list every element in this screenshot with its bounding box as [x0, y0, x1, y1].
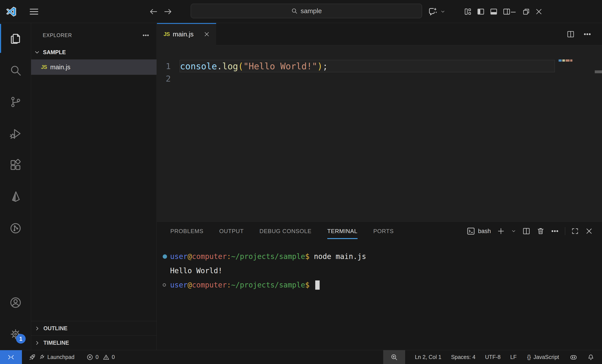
tab-mainjs[interactable]: JS main.js — [157, 23, 216, 45]
launchpad-label: Launchpad — [47, 354, 75, 360]
window-controls — [509, 0, 544, 23]
timeline-section[interactable]: TIMELINE — [31, 335, 157, 350]
code-line: 1console.log("Hello World!"); — [157, 60, 602, 72]
close-panel-icon[interactable] — [585, 227, 593, 235]
panel-tab-debug-console[interactable]: DEBUG CONSOLE — [259, 222, 312, 241]
terminal-text: computer — [192, 252, 227, 261]
panel-tab-output[interactable]: OUTPUT — [219, 222, 244, 241]
copilot-menu[interactable] — [428, 0, 445, 23]
vscode-logo-icon — [5, 0, 17, 23]
command-decoration-icon[interactable] — [163, 283, 166, 287]
more-actions-icon[interactable] — [142, 32, 150, 39]
zoom-status-item[interactable] — [383, 350, 405, 364]
folder-name: SAMPLE — [43, 49, 66, 55]
customize-layout-icon[interactable] — [463, 5, 473, 19]
eol[interactable]: LF — [510, 354, 516, 360]
menu-icon[interactable] — [29, 0, 40, 23]
close-tab-icon[interactable] — [204, 31, 210, 37]
file-item-mainjs[interactable]: JS main.js — [31, 59, 157, 75]
activity-bar-item-run-debug[interactable] — [0, 118, 31, 149]
maximize-panel-icon[interactable] — [571, 227, 579, 235]
terminal-text: $ — [305, 252, 310, 261]
new-terminal-icon[interactable] — [497, 227, 505, 235]
activity-bar-item-extensions[interactable] — [0, 149, 31, 181]
split-terminal-icon[interactable] — [522, 227, 530, 235]
pyramid-icon — [9, 190, 22, 203]
scrollbar-thumb[interactable] — [595, 70, 602, 73]
go-back-icon[interactable] — [149, 7, 158, 16]
toolbar-divider — [565, 227, 565, 235]
panel-tab-problems[interactable]: PROBLEMS — [170, 222, 204, 241]
terminal-toolbar: bash — [466, 222, 593, 241]
account-icon — [9, 296, 22, 309]
activity-bar-item-pyramid[interactable] — [0, 181, 31, 213]
more-actions-icon[interactable] — [583, 30, 591, 38]
braces-icon: {} — [527, 354, 531, 360]
source-control-icon — [9, 96, 22, 108]
terminal-text: ~/projects/sample — [231, 281, 305, 289]
activity-bar-item-settings-gear[interactable]: 1 — [0, 318, 31, 350]
folder-section-sample[interactable]: SAMPLE — [31, 45, 157, 59]
terminal-text: $ — [305, 281, 310, 289]
terminal-line: user@computer:~/projects/sample$ node ma… — [170, 249, 602, 264]
go-forward-icon[interactable] — [163, 7, 173, 16]
cursor-position[interactable]: Ln 2, Col 1 — [415, 354, 441, 360]
shell-label: bash — [478, 228, 491, 235]
settings-badge: 1 — [16, 334, 26, 344]
notifications-bell-icon[interactable] — [587, 353, 594, 361]
tab-bar-empty — [216, 23, 567, 45]
vscode-window: sample — [0, 0, 602, 364]
command-decoration-icon[interactable] — [163, 254, 167, 259]
terminal-icon — [466, 227, 475, 236]
activity-bar-spacer — [0, 244, 31, 287]
toggle-panel-icon[interactable] — [489, 5, 498, 19]
activity-bar-item-explorer-files[interactable] — [0, 23, 31, 55]
copilot-status-icon[interactable] — [570, 353, 578, 361]
activity-bar-item-dependency-graph[interactable] — [0, 213, 31, 244]
terminal-instance[interactable]: bash — [466, 227, 491, 236]
minimize-icon[interactable] — [509, 5, 518, 19]
chevron-right-icon — [34, 325, 40, 332]
explorer-title: EXPLORER — [43, 32, 72, 38]
language-mode[interactable]: {} JavaScript — [526, 350, 560, 364]
indentation[interactable]: Spaces: 4 — [451, 354, 475, 360]
outline-section[interactable]: OUTLINE — [31, 321, 157, 335]
warning-count: 0 — [112, 354, 115, 360]
chevron-down-icon[interactable] — [511, 228, 516, 234]
code-text: console.log("Hello World!"); — [180, 61, 328, 71]
launchpad-item[interactable]: Launchpad — [28, 350, 75, 364]
explorer-sidebar: EXPLORER SAMPLE JS main.js OUTLINE — [31, 23, 157, 350]
terminal-content[interactable]: user@computer:~/projects/sample$ node ma… — [157, 241, 602, 350]
remote-indicator[interactable] — [0, 350, 22, 364]
activity-bar-top — [0, 23, 31, 244]
activity-bar-item-search[interactable] — [0, 55, 31, 86]
warning-icon — [103, 354, 110, 361]
rocket-icon — [29, 353, 36, 361]
terminal-text: Hello World! — [170, 267, 222, 275]
zoom-in-icon — [390, 353, 398, 361]
kill-terminal-icon[interactable] — [537, 227, 545, 235]
explorer-files-icon — [9, 32, 22, 45]
command-center-search[interactable]: sample — [191, 4, 422, 18]
code-lines: 1console.log("Hello World!");2 — [157, 59, 602, 222]
bottom-panel: PROBLEMSOUTPUTDEBUG CONSOLETERMINALPORTS… — [157, 222, 602, 350]
language-label: JavaScript — [533, 354, 559, 360]
encoding[interactable]: UTF-8 — [485, 354, 501, 360]
copilot-chat-icon — [428, 7, 438, 17]
toggle-primary-sidebar-icon[interactable] — [476, 5, 486, 19]
more-actions-icon[interactable] — [551, 227, 559, 235]
panel-tab-ports[interactable]: PORTS — [373, 222, 394, 241]
activity-bar-item-account[interactable] — [0, 287, 31, 318]
restore-icon[interactable] — [521, 5, 531, 19]
run-debug-icon — [9, 127, 22, 140]
activity-bar-item-source-control[interactable] — [0, 86, 31, 118]
close-window-icon[interactable] — [534, 5, 544, 19]
code-editor[interactable]: 1console.log("Hello World!");2 — [157, 45, 602, 222]
search-icon — [291, 8, 298, 14]
minimap[interactable] — [559, 59, 572, 62]
panel-tab-terminal[interactable]: TERMINAL — [327, 222, 358, 241]
problems-item[interactable]: 0 0 — [86, 350, 116, 364]
split-editor-icon[interactable] — [567, 30, 575, 38]
chevron-right-icon — [34, 340, 40, 346]
terminal-cursor — [315, 280, 320, 290]
